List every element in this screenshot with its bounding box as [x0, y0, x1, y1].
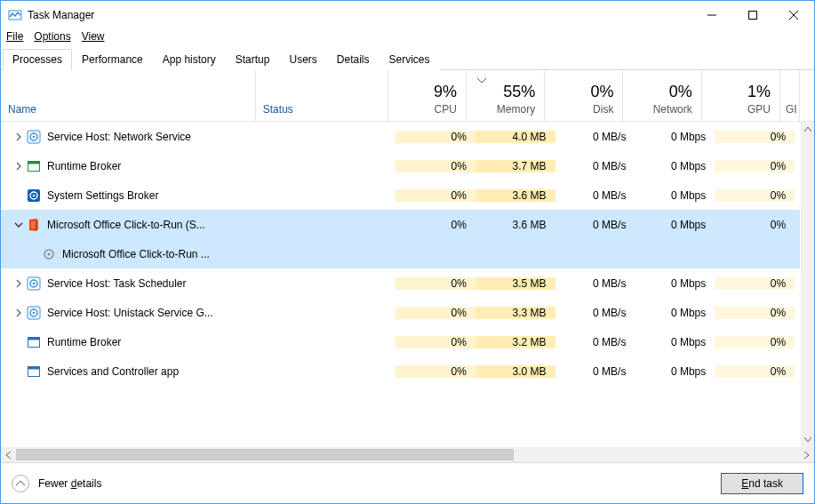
scroll-up-icon[interactable]	[801, 122, 814, 137]
cell-disk: 0 MB/s	[555, 160, 635, 172]
tab-users[interactable]: Users	[279, 49, 326, 70]
window-title: Task Manager	[28, 9, 94, 21]
gpu-pct: 1%	[747, 83, 771, 101]
cell-net: 0 Mbps	[635, 131, 715, 143]
process-row[interactable]: Services and Controller app0%3.0 MB0 MB/…	[1, 356, 814, 386]
col-cpu[interactable]: 9% CPU	[388, 70, 467, 121]
window-blue-icon	[27, 335, 41, 349]
tab-services[interactable]: Services	[380, 49, 440, 70]
gear-gray-icon	[42, 247, 56, 261]
window-blue-icon	[27, 364, 41, 379]
process-row[interactable]: Runtime Broker0%3.7 MB0 MB/s0 Mbps0%	[1, 151, 814, 180]
tab-details[interactable]: Details	[327, 49, 380, 70]
cell-disk: 0 MB/s	[555, 336, 635, 348]
process-name-cell: Microsoft Office Click-to-Run ...	[1, 247, 260, 261]
svg-rect-9	[28, 161, 40, 164]
cell-cpu: 0%	[396, 219, 475, 231]
cell-mem: 3.3 MB	[475, 307, 555, 319]
process-name: Service Host: Task Scheduler	[47, 277, 187, 290]
end-task-button[interactable]: End task	[721, 473, 803, 494]
svg-point-14	[48, 252, 51, 255]
process-name-cell: Microsoft Office Click-to-Run (S...	[1, 218, 260, 232]
svg-point-20	[33, 311, 36, 314]
process-name: Service Host: Unistack Service G...	[47, 307, 213, 319]
process-name-cell: Services and Controller app	[1, 364, 260, 379]
chevron-down-icon[interactable]	[13, 221, 24, 228]
cell-cpu: 0%	[396, 307, 475, 319]
svg-rect-22	[28, 337, 40, 340]
cell-disk: 0 MB/s	[555, 131, 635, 143]
cell-gpu: 0%	[715, 336, 795, 348]
process-row[interactable]: Runtime Broker0%3.2 MB0 MB/s0 Mbps0%	[1, 327, 814, 356]
cell-cpu: 0%	[396, 189, 475, 202]
vertical-scrollbar[interactable]	[800, 122, 814, 447]
col-gpu-engine[interactable]: GI	[780, 70, 800, 121]
cell-net: 0 Mbps	[635, 336, 715, 348]
minimize-button[interactable]	[691, 2, 732, 28]
cpu-label: CPU	[435, 103, 457, 116]
menu-options[interactable]: Options	[34, 30, 70, 43]
menu-view[interactable]: View	[82, 30, 105, 43]
process-row[interactable]: Service Host: Unistack Service G...0%3.3…	[1, 298, 814, 327]
chevron-right-icon[interactable]	[13, 279, 24, 288]
cell-disk: 0 MB/s	[555, 189, 635, 202]
maximize-button[interactable]	[732, 2, 773, 28]
tab-performance[interactable]: Performance	[72, 49, 153, 70]
fewer-details-label[interactable]: Fewer details	[38, 477, 101, 490]
cell-cpu: 0%	[396, 336, 475, 348]
tab-startup[interactable]: Startup	[226, 49, 280, 70]
scroll-right-icon[interactable]	[799, 447, 814, 462]
col-disk[interactable]: 0% Disk	[545, 70, 623, 121]
process-row[interactable]: Service Host: Task Scheduler0%3.5 MB0 MB…	[1, 268, 814, 298]
cell-mem: 3.6 MB	[475, 189, 555, 202]
tab-processes[interactable]: Processes	[3, 49, 72, 70]
net-pct: 0%	[669, 83, 692, 101]
col-name[interactable]: Name	[1, 70, 256, 121]
process-name-cell: Service Host: Task Scheduler	[1, 276, 260, 291]
tabstrip: Processes Performance App history Startu…	[1, 48, 814, 70]
col-network[interactable]: 0% Network	[623, 70, 701, 121]
cell-net: 0 Mbps	[635, 307, 715, 319]
window-green-icon	[27, 159, 41, 173]
process-name: Runtime Broker	[47, 160, 121, 172]
cell-mem: 3.7 MB	[475, 160, 555, 172]
window-controls	[691, 2, 814, 28]
close-button[interactable]	[773, 2, 814, 28]
cell-cpu: 0%	[396, 277, 475, 290]
cell-gpu: 0%	[715, 307, 795, 319]
process-row[interactable]: Microsoft Office Click-to-Run (S...0%3.6…	[1, 210, 814, 239]
svg-point-17	[33, 282, 36, 284]
process-name-cell: Runtime Broker	[1, 159, 260, 173]
col-status[interactable]: Status	[256, 70, 388, 121]
scroll-down-icon[interactable]	[801, 432, 814, 447]
cell-gpu: 0%	[715, 131, 795, 143]
chevron-right-icon[interactable]	[13, 162, 24, 171]
mem-label: Memory	[497, 103, 535, 116]
col-gpu[interactable]: 1% GPU	[702, 70, 780, 121]
process-row[interactable]: Service Host: Network Service0%4.0 MB0 M…	[1, 122, 814, 151]
cell-mem: 3.0 MB	[475, 365, 555, 378]
cell-disk: 0 MB/s	[555, 277, 635, 290]
office-icon	[27, 218, 41, 232]
chevron-right-icon[interactable]	[13, 308, 24, 317]
process-row[interactable]: System Settings Broker0%3.6 MB0 MB/s0 Mb…	[1, 180, 814, 210]
scroll-track[interactable]	[801, 137, 814, 432]
scroll-left-icon[interactable]	[1, 447, 16, 462]
cell-gpu: 0%	[715, 277, 795, 290]
h-scroll-thumb[interactable]	[16, 449, 514, 460]
fewer-details-icon[interactable]	[12, 475, 29, 492]
menu-file[interactable]: File	[6, 30, 23, 43]
cell-gpu: 0%	[715, 160, 795, 172]
cell-net: 0 Mbps	[635, 189, 715, 202]
horizontal-scrollbar[interactable]	[1, 447, 814, 462]
gpu-label: GPU	[747, 103, 771, 116]
cell-disk: 0 MB/s	[555, 365, 635, 378]
cell-disk: 0 MB/s	[555, 219, 635, 231]
col-memory[interactable]: 55% Memory	[467, 70, 545, 121]
svg-point-7	[33, 135, 36, 138]
process-row[interactable]: Microsoft Office Click-to-Run ...	[1, 239, 814, 268]
h-scroll-track[interactable]	[16, 447, 799, 462]
tab-app-history[interactable]: App history	[153, 49, 226, 70]
process-name: Microsoft Office Click-to-Run ...	[62, 248, 210, 260]
chevron-right-icon[interactable]	[13, 132, 24, 141]
